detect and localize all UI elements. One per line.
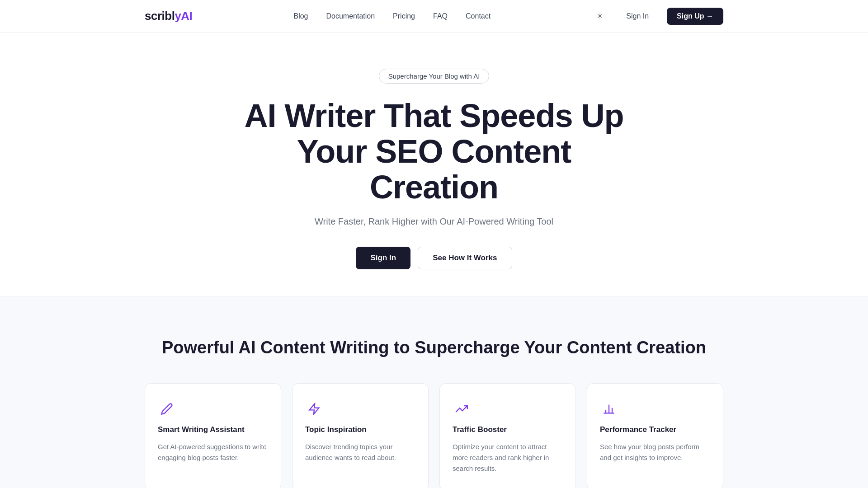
nav-item-faq[interactable]: FAQ [433,12,448,20]
features-grid: Smart Writing Assistant Get AI-powered s… [145,383,723,488]
logo: scriblyAI [145,9,192,23]
feature-desc-traffic-booster: Optimize your content to attract more re… [453,441,563,474]
hero-title-line2: Creation [370,169,498,205]
theme-toggle-button[interactable]: ☀ [592,8,608,24]
hero-signin-button[interactable]: Sign In [356,247,410,269]
hero-how-it-works-button[interactable]: See How It Works [418,247,512,269]
hero-buttons: Sign In See How It Works [356,247,512,269]
hero-subtitle: Write Faster, Rank Higher with Our AI-Po… [315,216,553,227]
feature-card-topic-inspiration: Topic Inspiration Discover trending topi… [292,383,429,488]
feature-card-smart-writing: Smart Writing Assistant Get AI-powered s… [145,383,281,488]
feature-name-performance-tracker: Performance Tracker [600,425,710,434]
nav-links: Blog Documentation Pricing FAQ Contact [293,12,491,20]
feature-card-traffic-booster: Traffic Booster Optimize your content to… [439,383,576,488]
feature-name-smart-writing: Smart Writing Assistant [158,425,268,434]
feature-desc-topic-inspiration: Discover trending topics your audience w… [305,441,415,463]
features-section: Powerful AI Content Writing to Superchar… [0,297,868,488]
logo-text-y: y [175,9,181,23]
nav-right: ☀ Sign In Sign Up → [592,8,723,25]
svg-marker-0 [310,404,319,414]
nav-item-contact[interactable]: Contact [466,12,491,20]
features-section-title: Powerful AI Content Writing to Superchar… [145,338,723,358]
feature-desc-performance-tracker: See how your blog posts perform and get … [600,441,710,463]
feature-desc-smart-writing: Get AI-powered suggestions to write enga… [158,441,268,463]
bolt-icon [305,400,323,418]
navbar: scriblyAI Blog Documentation Pricing FAQ… [0,0,868,33]
trending-up-icon [453,400,471,418]
hero-title: AI Writer That Speeds Up Your SEO Conten… [231,98,637,206]
nav-item-blog[interactable]: Blog [293,12,308,20]
nav-signin-button[interactable]: Sign In [619,9,656,24]
feature-card-performance-tracker: Performance Tracker See how your blog po… [587,383,723,488]
pen-icon [158,400,176,418]
bar-chart-icon [600,400,618,418]
logo-text-ai: AI [181,9,192,23]
nav-item-pricing[interactable]: Pricing [393,12,415,20]
nav-signup-button[interactable]: Sign Up → [667,8,723,25]
hero-badge: Supercharge Your Blog with AI [379,69,490,84]
nav-item-documentation[interactable]: Documentation [326,12,375,20]
hero-section: Supercharge Your Blog with AI AI Writer … [0,33,868,296]
feature-name-traffic-booster: Traffic Booster [453,425,563,434]
feature-name-topic-inspiration: Topic Inspiration [305,425,415,434]
hero-title-line1: AI Writer That Speeds Up Your SEO Conten… [245,98,624,169]
logo-text-scribl: scribl [145,9,175,23]
